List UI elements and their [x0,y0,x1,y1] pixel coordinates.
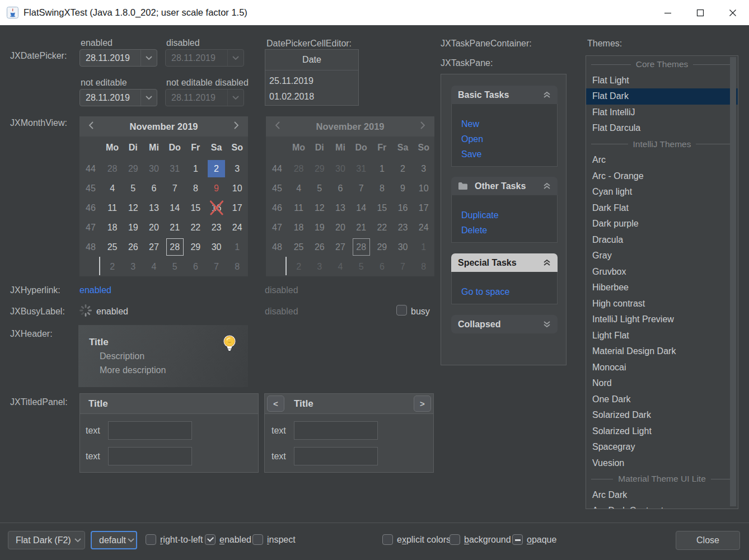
hyperlink-enabled[interactable]: enabled [79,285,111,295]
calendar-day[interactable]: 22 [185,218,206,237]
table-column-header[interactable]: Date [265,50,358,70]
theme-item-flat-darcula[interactable]: Flat Darcula [586,120,738,137]
theme-item-one-dark[interactable]: One Dark [586,392,738,408]
theme-item-gruvbox[interactable]: Gruvbox [586,264,738,280]
close-button[interactable]: Close [676,531,740,550]
theme-item-flat-intellij[interactable]: Flat IntelliJ [586,105,738,121]
calendar-day[interactable]: 3 [123,257,143,276]
datepicker-value[interactable]: 28.11.2019 [80,90,141,106]
calendar-day[interactable]: 30 [143,159,164,178]
taskpane-header[interactable]: Basic Tasks [451,86,558,104]
calendar-day[interactable]: 14 [165,198,185,218]
datepicker-not-editable[interactable]: 28.11.2019 [79,89,157,106]
theme-item-material-design-dark[interactable]: Material Design Dark [586,343,738,360]
datepicker-value[interactable]: 28.11.2019 [80,50,141,66]
theme-item-flat-light[interactable]: Flat Light [586,73,738,89]
calendar-day[interactable]: 28 [102,159,123,178]
calendar-day[interactable]: 9 [206,178,227,198]
checkbox-background[interactable] [450,534,460,545]
theme-item-monocai[interactable]: Monocai [586,360,738,376]
theme-item-arc-dark-contrast[interactable]: Arc Dark Contrast [586,503,738,509]
calendar-day[interactable]: 1 [185,159,206,178]
calendar-day[interactable]: 18 [102,218,123,237]
collapse-icon[interactable] [543,91,551,98]
collapse-icon[interactable] [543,259,551,266]
calendar-day[interactable]: 4 [143,257,164,276]
theme-item-vuesion[interactable]: Vuesion [586,455,738,472]
taskpane-header[interactable]: Special Tasks [451,253,558,272]
checkbox-inspect[interactable] [252,534,263,545]
calendar-day[interactable]: 11 [102,198,123,218]
datepicker-celleditor-table[interactable]: Date 25.11.2019 01.02.2018 [265,49,359,106]
taskpane-link-go-to-space[interactable]: Go to space [461,284,557,299]
calendar-day[interactable]: 29 [185,237,206,257]
theme-item-cyan-light[interactable]: Cyan light [586,184,738,200]
theme-item-high-contrast[interactable]: High contrast [586,296,738,312]
calendar-day[interactable]: 2 [206,159,227,178]
calendar-day[interactable]: 2 [102,257,123,276]
prev-button[interactable]: < [267,396,284,412]
calendar-day[interactable]: 8 [227,257,247,276]
datepicker-dropdown-button[interactable] [141,90,157,106]
calendar-day[interactable]: 12 [123,198,143,218]
taskpane-header[interactable]: Collapsed [451,315,558,333]
calendar-day[interactable]: 7 [206,257,227,276]
calendar-day[interactable]: 4 [102,178,123,198]
next-month-button[interactable] [232,121,240,132]
style-combobox[interactable]: default [91,531,137,549]
theme-item-dracula[interactable]: Dracula [586,232,738,248]
calendar-day[interactable]: 5 [165,257,185,276]
datepicker-enabled[interactable]: 28.11.2019 [79,49,157,67]
taskpane-link-delete[interactable]: Delete [461,223,557,238]
calendar-day[interactable]: 21 [165,218,185,237]
table-row[interactable]: 25.11.2019 [265,73,358,89]
calendar-day[interactable]: 19 [123,218,143,237]
busy-checkbox[interactable] [396,305,407,316]
calendar-day[interactable]: 24 [227,218,247,237]
text-input[interactable] [294,447,378,465]
checkbox-label-background[interactable]: background [464,535,511,545]
text-input[interactable] [108,447,192,465]
next-button[interactable]: > [414,396,431,412]
theme-item-hiberbee[interactable]: Hiberbee [586,280,738,296]
calendar-day[interactable]: 7 [165,178,185,198]
themes-list[interactable]: Core ThemesFlat LightFlat DarkFlat Intel… [586,55,738,509]
calendar-day[interactable]: 30 [206,237,227,257]
checkbox-opaque[interactable] [512,534,523,545]
calendar-day[interactable]: 8 [185,178,206,198]
checkbox-label-opaque[interactable]: opaque [527,535,556,545]
theme-item-nord[interactable]: Nord [586,375,738,392]
theme-item-dark-purple[interactable]: Dark purple [586,216,738,232]
calendar-day[interactable]: 6 [185,257,206,276]
calendar-day[interactable]: 3 [227,159,247,178]
text-input[interactable] [294,421,378,440]
theme-item-intellij-light-preview[interactable]: IntelliJ Light Preview [586,312,738,328]
calendar-day[interactable]: 6 [143,178,164,198]
calendar-day[interactable]: 20 [143,218,164,237]
taskpane-link-save[interactable]: Save [461,147,557,162]
taskpane-link-new[interactable]: New [461,116,557,131]
taskpane-header[interactable]: Other Tasks [451,177,558,195]
table-row[interactable]: 01.02.2018 [265,89,358,105]
theme-combobox[interactable]: Flat Dark (F2) [8,531,85,549]
scrollbar-thumb[interactable] [730,57,736,506]
calendar-day[interactable]: 17 [227,198,247,218]
calendar-day[interactable]: 15 [185,198,206,218]
taskpane-link-duplicate[interactable]: Duplicate [461,208,557,223]
theme-item-flat-dark[interactable]: Flat Dark [586,88,738,105]
calendar-day[interactable]: 28 [165,237,185,257]
checkbox-explicit-colors[interactable] [382,534,393,545]
theme-item-arc[interactable]: Arc [586,152,738,168]
theme-item-dark-flat[interactable]: Dark Flat [586,200,738,217]
taskpane-link-open[interactable]: Open [461,131,557,147]
maximize-button[interactable] [684,0,717,25]
collapse-icon[interactable] [543,182,551,190]
busy-checkbox-label[interactable]: busy [411,307,430,317]
prev-month-button[interactable] [87,121,95,132]
text-input[interactable] [108,421,192,440]
calendar-day[interactable]: 1 [227,237,247,257]
minimize-button[interactable] [652,0,684,25]
close-window-button[interactable] [717,0,749,25]
calendar-day[interactable]: 31 [165,159,185,178]
checkbox-label-explicit-colors[interactable]: explicit colors [397,535,451,545]
